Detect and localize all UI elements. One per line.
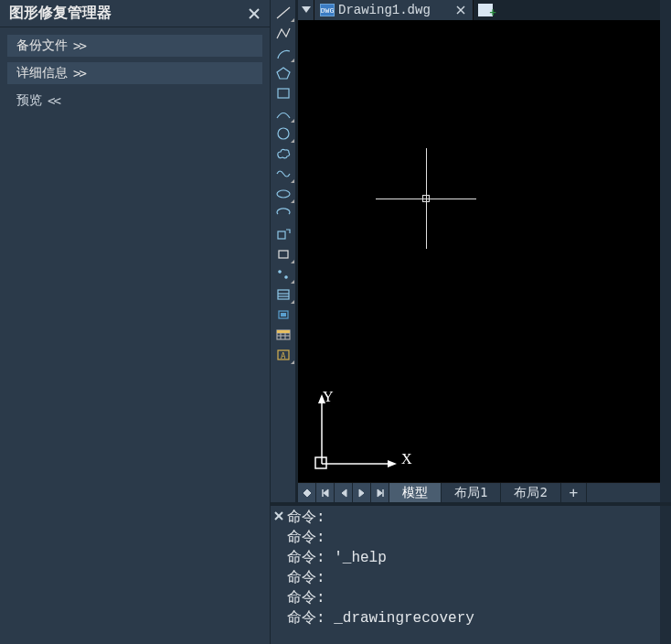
tab-layout1[interactable]: 布局1 [442, 483, 501, 502]
canvas-area: DWG Drawing1.dwg + [298, 0, 660, 502]
new-file-icon: + [478, 4, 493, 16]
polyline-tool[interactable] [272, 24, 294, 42]
ellipse-tool[interactable] [272, 185, 294, 203]
ellipse-arc-tool[interactable] [272, 205, 294, 223]
svg-marker-33 [324, 489, 328, 497]
draw-toolbar: A [271, 0, 298, 502]
text-tool[interactable]: A [272, 346, 294, 364]
svg-marker-32 [304, 489, 311, 497]
svg-point-9 [278, 271, 280, 273]
ucs-y-label: Y [323, 389, 334, 405]
command-scrollbar[interactable] [660, 506, 671, 644]
chevron-right-icon: >> [73, 66, 85, 80]
svg-rect-11 [278, 290, 289, 299]
insert-block-tool[interactable] [272, 225, 294, 243]
svg-rect-7 [278, 231, 285, 239]
panel-close-button[interactable] [246, 5, 262, 22]
backup-files-row[interactable]: 备份文件 >> [7, 35, 262, 57]
chevron-left-icon: << [48, 93, 59, 108]
backup-files-label: 备份文件 [16, 38, 68, 54]
line-tool[interactable] [272, 4, 294, 22]
table-tool[interactable] [272, 326, 294, 344]
rectangle-tool[interactable] [272, 84, 294, 102]
tab-layout2[interactable]: 布局2 [501, 483, 560, 502]
layout-tabs-menu[interactable] [298, 483, 316, 502]
make-block-tool[interactable] [272, 245, 294, 263]
close-icon [249, 8, 260, 19]
panel-title: 图形修复管理器 [9, 4, 112, 23]
region-tool[interactable] [272, 306, 294, 324]
document-tabbar: DWG Drawing1.dwg + [298, 0, 660, 20]
command-log[interactable]: 命令: 命令: 命令: '_help 命令: 命令: 命令: _drawingr… [287, 506, 660, 644]
svg-marker-36 [359, 489, 364, 497]
svg-text:A: A [281, 351, 286, 360]
spline-tool[interactable] [272, 165, 294, 183]
circle-tool[interactable] [272, 124, 294, 143]
new-tab-button[interactable]: + [474, 0, 497, 20]
command-panel: 命令: 命令: 命令: '_help 命令: 命令: 命令: _drawingr… [271, 502, 671, 644]
main-area: A DWG Drawing1.dwg + [271, 0, 671, 644]
ucs-icon: Y X [313, 394, 404, 471]
workspace: A DWG Drawing1.dwg + [271, 0, 671, 502]
close-icon [274, 511, 283, 521]
command-panel-close[interactable] [274, 509, 283, 644]
layout-tabbar: 模型 布局1 布局2 + [298, 482, 660, 502]
svg-point-10 [284, 276, 286, 278]
svg-marker-24 [302, 6, 311, 13]
file-tab-label: Drawing1.dwg [338, 3, 431, 17]
vertical-scrollbar[interactable] [660, 0, 671, 502]
svg-rect-15 [281, 313, 286, 317]
details-label: 详细信息 [16, 65, 68, 81]
file-tab-drawing1[interactable]: DWG Drawing1.dwg [314, 0, 474, 20]
hatch-tool[interactable] [272, 285, 294, 304]
svg-point-5 [278, 128, 289, 139]
svg-rect-31 [315, 457, 326, 468]
drawing-viewport[interactable]: Y X [298, 20, 660, 482]
point-tool[interactable] [272, 265, 294, 284]
tab-model[interactable]: 模型 [389, 483, 442, 502]
svg-marker-3 [277, 68, 290, 79]
close-icon [456, 5, 465, 15]
chevron-right-icon: >> [73, 38, 85, 53]
svg-rect-4 [278, 89, 289, 98]
svg-line-2 [277, 7, 290, 18]
panel-body: 备份文件 >> 详细信息 >> 预览 << [0, 27, 270, 644]
file-tab-close[interactable] [454, 4, 467, 16]
layout-next[interactable] [353, 483, 371, 502]
svg-rect-8 [279, 251, 288, 258]
panel-header: 图形修复管理器 [0, 0, 270, 27]
details-row[interactable]: 详细信息 >> [7, 62, 262, 84]
preview-label: 预览 [16, 92, 42, 109]
dwg-file-icon: DWG [320, 4, 335, 16]
arc-tool[interactable] [272, 44, 294, 62]
svg-point-6 [277, 190, 290, 198]
triangle-down-icon [302, 6, 311, 14]
svg-marker-35 [342, 489, 346, 497]
add-layout-button[interactable]: + [561, 483, 587, 502]
svg-rect-21 [277, 330, 290, 333]
layout-last[interactable] [371, 483, 389, 502]
svg-marker-37 [378, 489, 382, 497]
polygon-tool[interactable] [272, 64, 294, 82]
layout-prev[interactable] [335, 483, 353, 502]
layout-first[interactable] [316, 483, 335, 502]
tab-menu-button[interactable] [298, 0, 314, 20]
svg-marker-30 [388, 460, 397, 467]
revision-cloud-tool[interactable] [272, 145, 294, 163]
preview-row[interactable]: 预览 << [7, 90, 262, 112]
arc-3p-tool[interactable] [272, 104, 294, 123]
ucs-x-label: X [401, 451, 412, 467]
drawing-recovery-manager-panel: 图形修复管理器 备份文件 >> 详细信息 >> 预览 << [0, 0, 271, 644]
